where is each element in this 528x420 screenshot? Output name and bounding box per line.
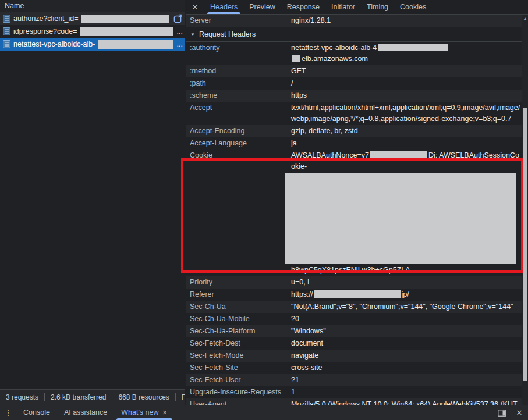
value-text: AWSALBAuthNonce=v7 <box>291 151 369 159</box>
truncation-ellipsis: ... <box>177 27 183 35</box>
active-tab-underline <box>207 12 240 14</box>
header-value: "Not(A:Brand";v="8", "Chromium";v="144",… <box>291 301 522 312</box>
tab-label: Preview <box>249 3 275 11</box>
finish-time-truncated: Fin <box>176 393 185 401</box>
header-key: :method <box>186 66 291 77</box>
header-key: User-Agent <box>186 399 291 405</box>
redaction-box <box>292 55 300 62</box>
section-title: Request Headers <box>199 30 256 38</box>
name-column-header[interactable]: Name <box>0 0 185 12</box>
header-value: AWSALBAuthNonce=v7Di; AWSELBAuthSessionC… <box>291 150 522 276</box>
header-row-scheme: :scheme https <box>186 90 522 102</box>
header-row-path: :path / <box>186 77 522 90</box>
header-key: Sec-Fetch-Mode <box>186 350 291 361</box>
redirect-icon[interactable] <box>173 14 183 24</box>
close-devtools-icon[interactable]: ✕ <box>511 405 528 420</box>
header-key: Accept-Language <box>186 138 291 149</box>
request-row-netattest-selected[interactable]: netattest-vpc-alboidc-alb- ... <box>0 38 185 51</box>
header-key: :scheme <box>186 90 291 101</box>
network-list: authorize?client_id= idpresponse?code= .… <box>0 12 185 389</box>
header-row-sec-fetch-site: Sec-Fetch-Site cross-site <box>186 362 522 374</box>
header-key: :path <box>186 78 291 89</box>
redaction-box <box>98 40 173 49</box>
scroll-up-icon[interactable]: ▲ <box>522 16 528 20</box>
header-key: Referer <box>186 289 291 300</box>
more-options-icon[interactable]: ⋮ <box>0 405 16 420</box>
truncation-ellipsis: ... <box>177 40 183 48</box>
tab-timing[interactable]: Timing <box>361 0 394 14</box>
header-row-sec-ch-ua-mobile: Sec-Ch-Ua-Mobile ?0 <box>186 313 522 325</box>
header-value: cross-site <box>291 362 522 373</box>
header-row-accept-encoding: Accept-Encoding gzip, deflate, br, zstd <box>186 125 522 137</box>
tab-label: Initiator <box>331 3 355 11</box>
request-detail-panel: ✕ Headers Preview Response Initiator Tim… <box>186 0 528 405</box>
requests-count: 3 requests <box>0 393 44 401</box>
header-row-sec-fetch-user: Sec-Fetch-User ?1 <box>186 374 522 386</box>
transferred-size: 2.6 kB transferred <box>45 393 112 401</box>
header-row-referer: Referer https://jp/ <box>186 289 522 301</box>
chevron-down-icon: ▼ <box>190 32 195 37</box>
tab-label: AI assistance <box>64 405 107 420</box>
devtools-window: Name authorize?client_id= idpresponse?co… <box>0 0 528 420</box>
header-row-authority: :authority netattest-vpc-alboidc-alb-4el… <box>186 42 522 65</box>
header-row-sec-ch-ua-platform: Sec-Ch-Ua-Platform "Windows" <box>186 325 522 337</box>
header-key: Sec-Fetch-User <box>186 375 291 386</box>
drawer-tab-whats-new[interactable]: What's new ✕ <box>114 405 174 420</box>
network-request-list-panel: Name authorize?client_id= idpresponse?co… <box>0 0 185 405</box>
tab-cookies[interactable]: Cookies <box>394 0 432 14</box>
header-key: Upgrade-Insecure-Requests <box>186 387 291 398</box>
header-row-cookie: Cookie AWSALBAuthNonce=v7Di; AWSELBAuthS… <box>186 150 522 276</box>
header-row-server: Server nginx/1.28.1 <box>186 15 522 27</box>
dock-side-icon[interactable] <box>493 405 511 420</box>
request-row-authorize[interactable]: authorize?client_id= <box>0 12 185 25</box>
value-text: netattest-vpc-alboidc-alb-4 <box>291 44 377 52</box>
tab-initiator[interactable]: Initiator <box>325 0 361 14</box>
header-row-sec-fetch-mode: Sec-Fetch-Mode navigate <box>186 350 522 362</box>
tab-label: Timing <box>367 3 388 11</box>
header-value: netattest-vpc-alboidc-alb-4elb.amazonaws… <box>291 42 522 65</box>
redaction-box <box>81 15 169 23</box>
header-row-sec-fetch-dest: Sec-Fetch-Dest document <box>186 337 522 350</box>
tab-label: Headers <box>210 3 238 11</box>
spacer <box>175 405 493 420</box>
request-name: idpresponse?code= <box>13 27 77 35</box>
request-headers-section-header[interactable]: ▼ Request Headers <box>186 27 522 42</box>
document-icon <box>3 40 10 48</box>
redaction-box-large <box>285 173 516 264</box>
value-text: https:// <box>291 290 313 298</box>
request-name: authorize?client_id= <box>13 15 79 23</box>
redaction-box <box>378 44 448 51</box>
tab-headers[interactable]: Headers <box>204 0 243 14</box>
document-icon <box>3 15 10 23</box>
tab-preview[interactable]: Preview <box>243 0 281 14</box>
header-key: Priority <box>186 277 291 288</box>
header-row-accept-language: Accept-Language ja <box>186 137 522 150</box>
header-value: Mozilla/5.0 (Windows NT 10.0; Win64; x64… <box>291 399 522 405</box>
header-row-accept: Accept text/html,application/xhtml+xml,a… <box>186 102 522 125</box>
close-detail-icon[interactable]: ✕ <box>186 0 204 14</box>
header-row-user-agent: User-Agent Mozilla/5.0 (Windows NT 10.0;… <box>186 398 522 405</box>
header-value: document <box>291 338 522 349</box>
header-key: Accept <box>186 102 291 113</box>
drawer-tab-bar: ⋮ Console AI assistance What's new ✕ ✕ <box>0 405 528 420</box>
redaction-box <box>314 290 401 298</box>
header-row-priority: Priority u=0, i <box>186 276 522 289</box>
request-row-idpresponse[interactable]: idpresponse?code= ... <box>0 25 185 38</box>
drawer-tab-console[interactable]: Console <box>16 405 57 420</box>
header-row-sec-ch-ua: Sec-Ch-Ua "Not(A:Brand";v="8", "Chromium… <box>186 301 522 313</box>
redaction-box <box>370 151 427 159</box>
vertical-scrollbar[interactable]: ▲ ▼ <box>522 15 528 420</box>
header-value: text/html,application/xhtml+xml,applicat… <box>291 102 522 124</box>
header-key: Accept-Encoding <box>186 126 291 137</box>
tab-response[interactable]: Response <box>281 0 325 14</box>
header-row-upgrade-insecure-requests: Upgrade-Insecure-Requests 1 <box>186 386 522 398</box>
tab-label: Console <box>23 405 50 420</box>
header-key: :authority <box>186 42 291 54</box>
drawer-tab-ai-assistance[interactable]: AI assistance <box>57 405 114 420</box>
document-icon <box>3 27 10 35</box>
header-value: navigate <box>291 350 522 361</box>
header-value: ja <box>291 138 522 149</box>
scrollbar-thumb[interactable] <box>523 108 527 381</box>
header-value: nginx/1.28.1 <box>291 15 522 26</box>
header-key: Cookie <box>186 150 291 161</box>
